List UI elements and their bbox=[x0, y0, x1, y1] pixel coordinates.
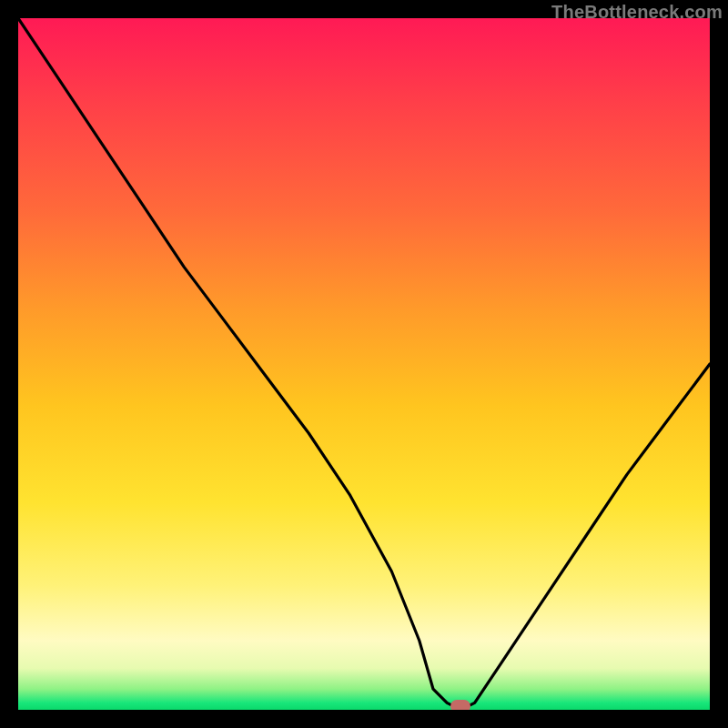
optimum-marker bbox=[450, 700, 470, 710]
bottleneck-curve bbox=[18, 18, 710, 710]
chart-frame: TheBottleneck.com bbox=[0, 0, 728, 728]
plot-area bbox=[18, 18, 710, 710]
watermark-text: TheBottleneck.com bbox=[551, 2, 723, 23]
